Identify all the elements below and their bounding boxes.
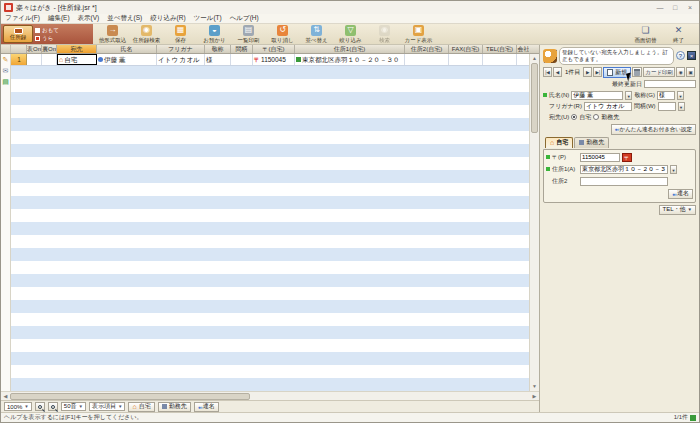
- name-field[interactable]: [571, 91, 623, 100]
- zoom-out-button[interactable]: [35, 402, 45, 411]
- front-toggle[interactable]: おもて: [35, 27, 59, 34]
- relation-field[interactable]: [658, 102, 676, 111]
- menu-item[interactable]: 編集(E): [48, 14, 70, 23]
- column-header[interactable]: 住所2(自宅): [405, 45, 449, 53]
- menu-item[interactable]: 絞り込み(R): [150, 14, 185, 23]
- copy-record-button[interactable]: ▣: [686, 67, 695, 77]
- exit-button[interactable]: ✕ 終了: [662, 24, 695, 44]
- vertical-scroll-thumb[interactable]: [531, 63, 538, 133]
- table-cell[interactable]: 様: [205, 54, 231, 65]
- table-cell[interactable]: 伊藤 薫: [97, 54, 157, 65]
- assistant-close-icon[interactable]: ×: [687, 51, 696, 60]
- toolbar-button[interactable]: ▽絞り込み: [334, 24, 367, 44]
- work-radio[interactable]: 勤務先: [593, 113, 619, 122]
- scroll-up-icon[interactable]: ▲: [530, 54, 539, 63]
- menu-item[interactable]: ツール(T): [194, 14, 222, 23]
- address-book-button[interactable]: 住所録: [3, 25, 33, 43]
- table-cell[interactable]: [27, 54, 42, 65]
- table-cell[interactable]: [449, 54, 483, 65]
- column-header[interactable]: フリガナ: [157, 45, 205, 53]
- kana-filter-select[interactable]: 50音 ▼: [61, 402, 86, 411]
- prev-record-button[interactable]: ◀: [553, 67, 562, 77]
- column-header[interactable]: 間柄: [231, 45, 253, 53]
- column-header[interactable]: FAX(自宅): [449, 45, 483, 53]
- home-radio[interactable]: 自宅: [571, 113, 591, 122]
- delete-record-button[interactable]: [632, 67, 642, 77]
- tab-home[interactable]: ⌂ 自宅: [545, 137, 573, 148]
- table-cell[interactable]: 東京都北区赤羽１０－２０－３０: [295, 54, 405, 65]
- table-cell[interactable]: 〒1150045: [253, 54, 295, 65]
- table-cell[interactable]: ⌂自宅: [57, 54, 97, 65]
- search-record-button[interactable]: ◉: [676, 67, 685, 77]
- column-header[interactable]: 裏On: [42, 45, 57, 53]
- scroll-down-icon[interactable]: ▼: [530, 382, 539, 391]
- toolbar-button[interactable]: ▦保存: [164, 24, 197, 44]
- honorific-dropdown-icon[interactable]: ▼: [677, 91, 684, 100]
- scroll-left-icon[interactable]: ◀: [1, 393, 10, 399]
- table-cell[interactable]: 1: [11, 54, 27, 65]
- zoom-in-button[interactable]: [48, 402, 58, 411]
- toolbar-button[interactable]: →他形式取込: [96, 24, 129, 44]
- first-record-button[interactable]: |◀: [543, 67, 552, 77]
- table-cell[interactable]: [483, 54, 517, 65]
- address2-field[interactable]: [580, 177, 668, 186]
- relation-dropdown-icon[interactable]: ▼: [678, 102, 685, 111]
- table-cell[interactable]: イトウ カオル: [157, 54, 205, 65]
- column-header[interactable]: [11, 45, 27, 53]
- name-dropdown-icon[interactable]: ▼: [625, 91, 632, 100]
- scroll-right-icon[interactable]: ▶: [530, 393, 539, 399]
- address1-field[interactable]: [580, 165, 668, 174]
- column-header[interactable]: 住所1(自宅): [295, 45, 405, 53]
- honorific-field[interactable]: [657, 91, 675, 100]
- vertical-scrollbar[interactable]: ▲ ▼: [529, 54, 539, 391]
- table-cell[interactable]: [42, 54, 57, 65]
- screen-switch-button[interactable]: ❏ 画面切替: [629, 24, 662, 44]
- column-header[interactable]: 宛先: [57, 45, 97, 53]
- column-header[interactable]: 表On: [27, 45, 42, 53]
- address1-dropdown-icon[interactable]: ▼: [670, 165, 677, 174]
- table-cell[interactable]: [405, 54, 449, 65]
- rail-icon[interactable]: ▤: [2, 78, 9, 85]
- menu-item[interactable]: ヘルプ(H): [230, 14, 259, 23]
- zoom-select[interactable]: 100% ▼: [4, 402, 32, 411]
- minimize-icon[interactable]: —: [654, 4, 666, 11]
- toolbar-button[interactable]: ▣カード表示: [402, 24, 435, 44]
- toolbar-button[interactable]: ↺取り消し: [266, 24, 299, 44]
- home-view-button[interactable]: ⌂ 自宅: [128, 402, 154, 412]
- rail-icon[interactable]: ✉: [3, 67, 9, 74]
- close-icon[interactable]: ×: [684, 4, 696, 11]
- work-view-button[interactable]: 勤務先: [158, 402, 191, 412]
- joint-button[interactable]: ● 連名: [668, 189, 693, 199]
- display-columns-select[interactable]: 表示項目 ▼: [89, 402, 125, 411]
- toolbar-button[interactable]: ◉住所録検索: [130, 24, 163, 44]
- next-record-button[interactable]: ▶: [583, 67, 592, 77]
- column-header[interactable]: 会社名: [517, 45, 529, 53]
- help-icon[interactable]: ?: [676, 51, 685, 60]
- column-header[interactable]: TEL(自宅): [483, 45, 517, 53]
- table-cell[interactable]: [231, 54, 253, 65]
- card-print-button[interactable]: カード印刷: [643, 67, 675, 77]
- tab-work[interactable]: 勤務先: [574, 137, 609, 148]
- menu-item[interactable]: 表示(V): [78, 14, 100, 23]
- menu-item[interactable]: 並べ替え(S): [107, 14, 142, 23]
- back-toggle[interactable]: うら: [35, 35, 59, 42]
- zip-lookup-icon[interactable]: 〒: [622, 153, 632, 162]
- column-header[interactable]: 〒(自宅): [253, 45, 295, 53]
- furigana-field[interactable]: [584, 102, 632, 111]
- new-record-button[interactable]: 新規: [603, 67, 631, 78]
- maximize-icon[interactable]: □: [669, 4, 681, 11]
- rail-icon[interactable]: ✎: [3, 56, 9, 63]
- toolbar-button[interactable]: ◒お預かり: [198, 24, 231, 44]
- last-record-button[interactable]: ▶|: [593, 67, 602, 77]
- toolbar-button[interactable]: ▤一覧印刷: [232, 24, 265, 44]
- joint-names-button[interactable]: ● 連名: [194, 402, 219, 412]
- tel-etc-button[interactable]: TEL・他 ▼: [659, 205, 696, 215]
- column-header[interactable]: 氏名: [97, 45, 157, 53]
- toolbar-button[interactable]: ⇅並べ替え: [300, 24, 333, 44]
- horizontal-scroll-thumb[interactable]: [10, 393, 250, 400]
- zip-field[interactable]: [580, 153, 620, 162]
- horizontal-scrollbar[interactable]: ◀ ▶: [1, 391, 539, 400]
- column-header[interactable]: 敬称: [205, 45, 231, 53]
- easy-setting-button[interactable]: ● かんたん連名お付き合い設定: [611, 124, 696, 135]
- table-row[interactable]: 1⌂自宅伊藤 薫イトウ カオル様〒1150045東京都北区赤羽１０－２０－３０: [11, 54, 529, 66]
